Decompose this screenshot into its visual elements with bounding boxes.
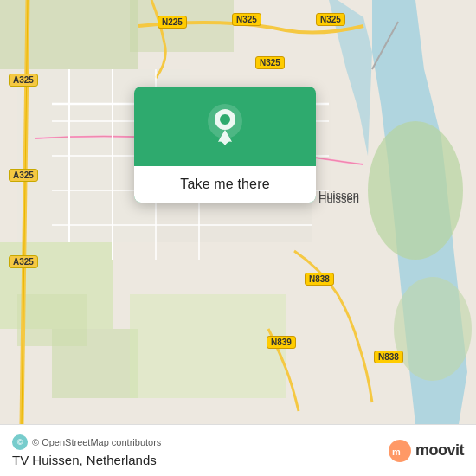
take-me-there-button[interactable]: Take me there	[134, 166, 316, 203]
road-label-N839: N839	[267, 336, 296, 349]
road-label-N325-2: N325	[316, 13, 345, 26]
osm-logo: ©	[12, 434, 28, 450]
moovit-icon: m	[388, 439, 412, 463]
road-label-A325-1: A325	[9, 74, 38, 87]
road-label-A325-3: A325	[9, 255, 38, 268]
svg-text:m: m	[392, 447, 401, 457]
location-name: TV Huissen, Netherlands	[12, 453, 161, 467]
road-label-N325-1: N325	[232, 13, 261, 26]
road-label-N838-1: N838	[305, 273, 334, 286]
svg-point-4	[394, 277, 472, 381]
moovit-text: moovit	[415, 441, 464, 460]
road-label-N838-2: N838	[374, 351, 403, 363]
svg-point-3	[368, 121, 463, 260]
location-card: Take me there	[134, 87, 316, 203]
map-pin-icon	[203, 102, 248, 147]
attribution: © © OpenStreetMap contributors	[12, 434, 161, 450]
svg-rect-7	[52, 329, 138, 398]
attribution-text: © OpenStreetMap contributors	[32, 437, 161, 447]
road-label-N325-3: N325	[255, 56, 285, 69]
svg-rect-1	[0, 0, 138, 69]
svg-rect-8	[130, 294, 286, 398]
bottom-bar: © © OpenStreetMap contributors TV Huisse…	[0, 424, 476, 476]
map-svg	[0, 0, 476, 424]
svg-point-16	[220, 114, 230, 125]
road-label-A325-2: A325	[9, 169, 38, 182]
moovit-logo: m moovit	[388, 439, 464, 463]
map-container: N225 N325 N325 N325 A325 A325 A325 N838 …	[0, 0, 476, 424]
road-label-N225: N225	[158, 16, 187, 29]
